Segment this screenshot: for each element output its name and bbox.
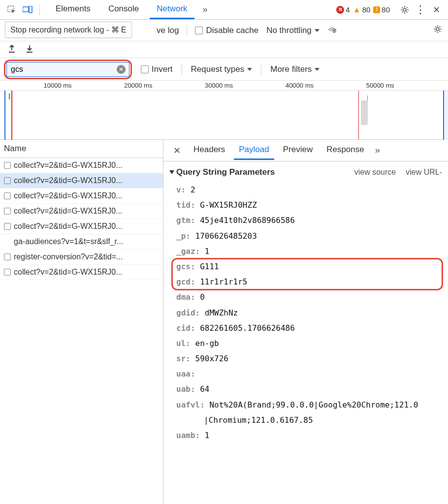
param-value: 45je41t0h2v868966586 (200, 216, 295, 225)
query-param-row: |Chromium;121.0.6167.85 (176, 412, 442, 428)
view-url-encoded-link[interactable]: view URL- (406, 168, 442, 177)
preserve-log-partial: ve log (157, 26, 179, 35)
param-value: 590x726 (195, 354, 228, 363)
filter-toolbar: ✕ Invert Request types More filters (0, 58, 448, 81)
param-value: 1 (205, 431, 210, 440)
request-row[interactable]: collect?v=2&tid=G-WX15RJ0... (0, 265, 163, 280)
svg-rect-2 (29, 6, 32, 13)
param-value: 1 (205, 247, 210, 256)
issues-count[interactable]: !80 (373, 5, 390, 14)
request-name: collect?v=2&tid=G-WX15RJ0... (14, 268, 123, 277)
settings-gear-icon[interactable] (398, 3, 412, 17)
network-conditions-icon[interactable] (327, 25, 337, 35)
param-value: dMWZhNz (205, 308, 238, 317)
inspect-element-icon[interactable] (5, 3, 19, 17)
expand-triangle-icon (169, 170, 174, 174)
timeline-ruler: 10000 ms 20000 ms 30000 ms 40000 ms 5000… (0, 81, 448, 91)
request-row[interactable]: collect?v=2&tid=G-WX15RJ0... (0, 158, 163, 173)
request-name: ga-audiences?v=1&t=sr&slf_r... (14, 237, 123, 246)
tab-network[interactable]: Network (150, 0, 194, 19)
request-row[interactable]: ga-audiences?v=1&t=sr&slf_r... (0, 234, 163, 250)
clear-filter-icon[interactable]: ✕ (117, 65, 126, 74)
invert-checkbox[interactable]: Invert (141, 64, 173, 74)
request-row[interactable]: collect?v=2&tid=G-WX15RJ0... (0, 204, 163, 219)
more-detail-tabs-icon[interactable]: » (373, 143, 382, 158)
throttling-dropdown[interactable]: No throttling (266, 26, 320, 35)
param-key: _gaz: (176, 247, 205, 256)
close-detail-icon[interactable]: ✕ (169, 143, 185, 158)
query-param-row: uamb: 1 (176, 428, 442, 443)
param-key: v: (176, 185, 191, 194)
query-param-row: uab: 64 (176, 381, 442, 397)
column-header-name[interactable]: Name (0, 140, 163, 158)
query-param-row: gcd: 11r1r1r1r5 (176, 274, 442, 289)
param-key: gtm: (176, 216, 200, 225)
param-value: G-WX15RJ0HZZ (200, 200, 257, 210)
param-value: en-gb (195, 339, 219, 348)
query-param-row: _p: 1706626485203 (176, 228, 442, 244)
detail-tabs: ✕ Headers Payload Preview Response » (163, 140, 448, 161)
tab-headers[interactable]: Headers (189, 141, 230, 160)
disable-cache-checkbox[interactable]: Disable cache (195, 26, 258, 35)
request-row[interactable]: register-conversion?v=2&tid=... (0, 250, 163, 265)
param-value: 1706626485203 (195, 231, 257, 241)
query-params-toggle[interactable]: Query String Parameters (169, 167, 275, 177)
request-name: collect?v=2&tid=G-WX15RJ0... (14, 191, 123, 200)
param-key: uaa: (176, 369, 195, 378)
param-value: 2 (191, 185, 195, 194)
param-key: gcs: (176, 262, 200, 271)
export-har-icon[interactable] (8, 44, 16, 55)
request-row[interactable]: collect?v=2&tid=G-WX15RJ0... (0, 189, 163, 204)
request-type-icon (4, 223, 11, 230)
filter-input[interactable] (6, 62, 129, 77)
more-filters-dropdown[interactable]: More filters (270, 64, 320, 74)
request-type-icon (4, 253, 11, 260)
warning-count[interactable]: ▲80 (353, 5, 371, 14)
request-row[interactable]: collect?v=2&tid=G-WX15RJ0... (0, 219, 163, 234)
kebab-menu-icon[interactable]: ⋮ (414, 3, 427, 17)
param-key: uafvl: (176, 400, 209, 410)
request-list-pane: Name collect?v=2&tid=G-WX15RJ0...collect… (0, 140, 163, 504)
param-value: 682261605.1706626486 (200, 323, 295, 333)
request-row[interactable]: collect?v=2&tid=G-WX15RJ0... (0, 173, 163, 189)
query-param-row: dma: 0 (176, 289, 442, 305)
param-value: 11r1r1r1r5 (200, 277, 247, 286)
error-count[interactable]: ✕4 (336, 5, 350, 14)
query-param-row: _gaz: 1 (176, 244, 442, 259)
tab-payload[interactable]: Payload (234, 141, 274, 160)
param-key: gcd: (176, 277, 200, 286)
network-toolbar: Stop recording network log - ⌘ E ve log … (0, 20, 448, 41)
request-type-icon (4, 208, 11, 215)
request-types-dropdown[interactable]: Request types (191, 64, 253, 74)
close-devtools-icon[interactable]: ✕ (429, 3, 443, 17)
view-source-link[interactable]: view source (354, 168, 396, 177)
param-value: |Chromium;121.0.6167.85 (204, 415, 313, 425)
payload-body: Query String Parameters view source view… (163, 161, 448, 504)
request-name: collect?v=2&tid=G-WX15RJ0... (14, 176, 123, 185)
status-badges: ✕4 ▲80 !80 (336, 5, 390, 14)
tooltip: Stop recording network log - ⌘ E (5, 22, 132, 38)
param-key: uab: (176, 384, 200, 394)
query-param-row: v: 2 (176, 182, 442, 197)
query-param-row: tid: G-WX15RJ0HZZ (176, 197, 442, 213)
param-key: tid: (176, 200, 200, 210)
query-param-row: cid: 682261605.1706626486 (176, 320, 442, 336)
import-har-icon[interactable] (26, 44, 33, 55)
more-tabs-icon[interactable]: » (198, 3, 212, 17)
param-key: ul: (176, 339, 195, 348)
tab-preview[interactable]: Preview (278, 141, 318, 160)
param-key: uamb: (176, 431, 205, 440)
tab-response[interactable]: Response (321, 141, 369, 160)
request-type-icon (4, 269, 11, 276)
query-param-row: uaa: (176, 366, 442, 381)
tab-console[interactable]: Console (101, 0, 146, 19)
filter-input-highlight: ✕ (4, 60, 132, 79)
request-detail-pane: ✕ Headers Payload Preview Response » Que… (163, 140, 448, 504)
network-settings-icon[interactable] (433, 25, 442, 36)
tab-elements[interactable]: Elements (49, 0, 97, 19)
param-value: 0 (200, 292, 205, 302)
device-toolbar-icon[interactable] (21, 3, 34, 17)
timeline-overview[interactable]: 10000 ms 20000 ms 30000 ms 40000 ms 5000… (0, 81, 448, 140)
query-param-row: gcs: G111 (176, 259, 442, 274)
svg-point-5 (436, 28, 439, 31)
